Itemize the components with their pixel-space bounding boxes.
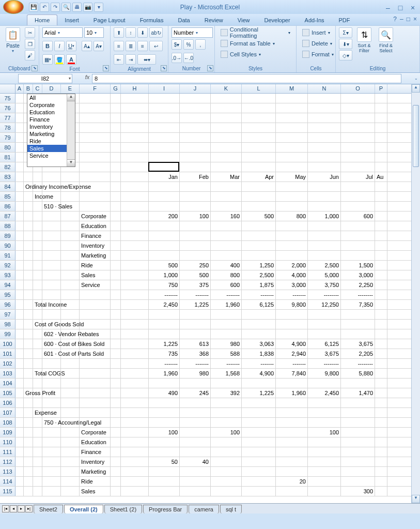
cell-G88[interactable]	[111, 221, 121, 231]
cell-O84[interactable]	[341, 182, 375, 191]
cell-C112[interactable]	[33, 457, 42, 466]
cell-O89[interactable]	[341, 231, 375, 240]
cell-I109[interactable]: 100	[149, 428, 180, 437]
cell-N112[interactable]	[308, 457, 341, 466]
cell-J104[interactable]	[180, 379, 211, 388]
ribbon-tab-add-ins[interactable]: Add-Ins	[298, 15, 332, 25]
cell-B95[interactable]	[24, 290, 33, 299]
cell-D88[interactable]	[42, 221, 61, 231]
inner-close-icon[interactable]: ×	[413, 16, 417, 23]
cell-D105[interactable]	[42, 388, 61, 398]
cell-I86[interactable]	[149, 202, 180, 211]
cell-K111[interactable]	[211, 447, 242, 457]
cell-E85[interactable]	[61, 192, 80, 201]
ribbon-tab-home[interactable]: Home	[27, 14, 57, 25]
underline-button[interactable]: U▾	[66, 41, 76, 51]
cell-A95[interactable]	[15, 290, 24, 299]
cell-J97[interactable]	[180, 310, 211, 319]
cell-M94[interactable]: 3,000	[276, 280, 308, 290]
cell-P115[interactable]	[375, 487, 387, 496]
cell-G106[interactable]	[111, 398, 121, 407]
cell-A86[interactable]	[15, 202, 24, 211]
vertical-scrollbar[interactable]: ▲ ▼	[411, 84, 420, 503]
cell-B111[interactable]	[24, 447, 33, 457]
cell-M106[interactable]	[276, 398, 308, 407]
cell-D99[interactable]: 602 · Vendor Rebates	[42, 329, 61, 339]
cell-G114[interactable]	[111, 477, 121, 486]
cell-K95[interactable]: -------	[211, 290, 242, 299]
comma-icon[interactable]: ,	[195, 39, 206, 50]
cell-G78[interactable]	[111, 123, 121, 132]
cell-D106[interactable]	[42, 398, 61, 407]
cell-H112[interactable]	[121, 457, 149, 466]
cell-M78[interactable]	[276, 123, 308, 132]
cell-F90[interactable]: Inventory	[80, 241, 111, 250]
cell-P80[interactable]	[375, 143, 387, 152]
cell-G76[interactable]	[111, 103, 121, 113]
row-header[interactable]: 103	[0, 369, 15, 378]
row-header[interactable]: 106	[0, 398, 15, 407]
cell-J103[interactable]: 980	[180, 369, 211, 378]
cell-K77[interactable]	[211, 113, 242, 123]
row-header[interactable]: 100	[0, 339, 15, 349]
cell-N76[interactable]	[308, 103, 341, 113]
cell-E108[interactable]	[61, 418, 80, 427]
cell-B102[interactable]	[24, 359, 33, 368]
cell-F94[interactable]: Service	[80, 280, 111, 290]
alignment-launcher-icon[interactable]: ⬊	[161, 65, 167, 71]
cell-J113[interactable]	[180, 467, 211, 476]
cell-K108[interactable]	[211, 418, 242, 427]
cell-N90[interactable]	[308, 241, 341, 250]
cell-M114[interactable]: 20	[276, 477, 308, 486]
cell-A89[interactable]	[15, 231, 24, 240]
cell-M112[interactable]	[276, 457, 308, 466]
scroll-thumb[interactable]	[413, 105, 419, 167]
cell-E111[interactable]	[61, 447, 80, 457]
row-header[interactable]: 75	[0, 94, 15, 103]
cell-F91[interactable]: Marketing	[80, 251, 111, 260]
increase-decimal-icon[interactable]: .0→	[172, 53, 182, 63]
cell-G80[interactable]	[111, 143, 121, 152]
cell-N110[interactable]	[308, 437, 341, 447]
cell-M102[interactable]: -------	[276, 359, 308, 368]
cell-K94[interactable]: 600	[211, 280, 242, 290]
cell-M90[interactable]	[276, 241, 308, 250]
row-header[interactable]: 79	[0, 133, 15, 142]
cell-L89[interactable]	[242, 231, 276, 240]
cell-J100[interactable]: 613	[180, 339, 211, 349]
cell-M98[interactable]	[276, 320, 308, 329]
cell-H86[interactable]	[121, 202, 149, 211]
cell-H104[interactable]	[121, 379, 149, 388]
cell-B93[interactable]	[24, 270, 33, 280]
row-header[interactable]: 89	[0, 231, 15, 240]
cell-M82[interactable]	[276, 162, 308, 172]
cell-I101[interactable]: 735	[149, 349, 180, 358]
cell-A110[interactable]	[15, 437, 24, 447]
cell-O96[interactable]: 7,350	[341, 300, 375, 309]
cell-O107[interactable]	[341, 408, 375, 417]
cell-J83[interactable]: Feb	[180, 172, 211, 182]
cell-H76[interactable]	[121, 103, 149, 113]
cell-J94[interactable]: 375	[180, 280, 211, 290]
cell-J75[interactable]	[180, 94, 211, 103]
cell-D83[interactable]	[42, 172, 61, 182]
cell-D97[interactable]	[42, 310, 61, 319]
cell-M85[interactable]	[276, 192, 308, 201]
cell-M83[interactable]: May	[276, 172, 308, 182]
cell-C108[interactable]	[33, 418, 42, 427]
cell-N106[interactable]	[308, 398, 341, 407]
cell-H103[interactable]	[121, 369, 149, 378]
cell-K110[interactable]	[211, 437, 242, 447]
row-header[interactable]: 97	[0, 310, 15, 319]
cell-O85[interactable]	[341, 192, 375, 201]
cell-C105[interactable]	[33, 388, 42, 398]
cell-C114[interactable]	[33, 477, 42, 486]
cell-N94[interactable]: 3,750	[308, 280, 341, 290]
cell-N84[interactable]	[308, 182, 341, 191]
cell-E94[interactable]	[61, 280, 80, 290]
cell-J105[interactable]: 245	[180, 388, 211, 398]
cell-F78[interactable]	[80, 123, 111, 132]
cell-A97[interactable]	[15, 310, 24, 319]
cell-J81[interactable]	[180, 153, 211, 162]
prev-sheet-icon[interactable]: ◂	[10, 505, 17, 512]
